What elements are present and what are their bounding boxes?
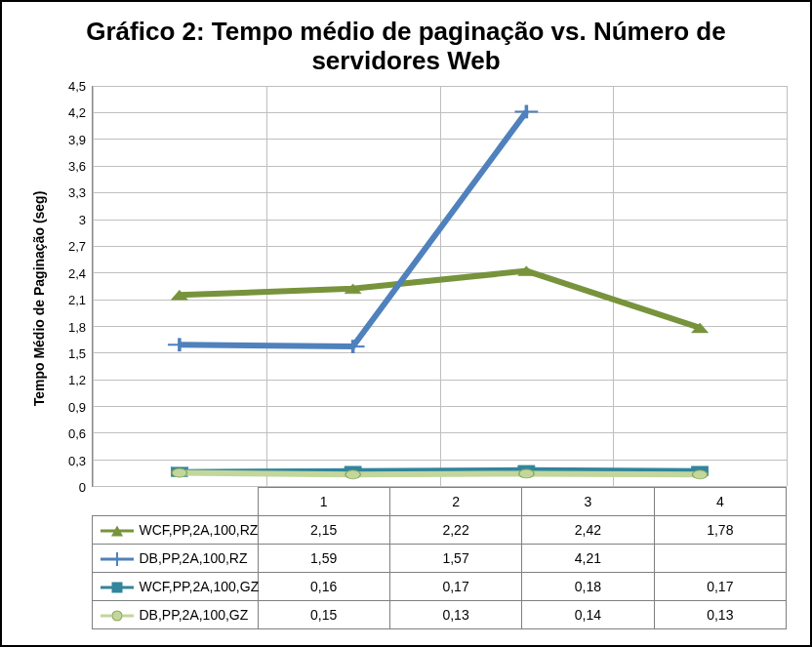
data-cell: 0,15 — [258, 601, 389, 629]
data-cell: 2,22 — [389, 516, 521, 545]
chart-title-line1: Gráfico 2: Tempo médio de paginação vs. … — [86, 17, 725, 46]
grid-line-vertical — [787, 86, 788, 486]
y-tick-label: 4,5 — [53, 78, 86, 93]
chart-title: Gráfico 2: Tempo médio de paginação vs. … — [25, 18, 787, 76]
plot-shell: 00,30,60,91,21,51,82,12,42,733,33,63,94,… — [53, 86, 787, 487]
table-spacer — [53, 601, 92, 629]
y-tick-label: 1,5 — [53, 345, 86, 360]
series-name: WCF,PP,2A,100,RZ — [140, 522, 259, 538]
y-tick-label: 3,3 — [53, 185, 86, 200]
data-marker — [345, 470, 360, 479]
data-cell: 0,17 — [654, 573, 786, 601]
x-category-label: 2 — [389, 488, 521, 516]
data-cell: 0,13 — [654, 601, 786, 629]
y-tick-label: 2,1 — [53, 293, 86, 307]
y-tick-label: 0 — [53, 480, 86, 495]
legend-swatch — [101, 524, 134, 538]
series-name: WCF,PP,2A,100,GZ — [140, 579, 260, 594]
data-cell: 0,13 — [389, 601, 521, 629]
circle-icon — [111, 611, 122, 622]
grid-line-horizontal — [93, 486, 787, 487]
data-cell — [654, 545, 786, 573]
chart-column: 00,30,60,91,21,51,82,12,42,733,33,63,94,… — [53, 86, 787, 629]
x-category-label: 3 — [522, 488, 654, 516]
y-axis-ticks: 00,30,60,91,21,51,82,12,42,733,33,63,94,… — [53, 86, 92, 487]
y-tick-label: 0,6 — [53, 426, 86, 441]
data-cell: 0,17 — [389, 573, 521, 601]
series-line — [180, 472, 700, 474]
data-cell: 1,78 — [654, 516, 786, 545]
chart-body: Tempo Médio de Paginação (seg) 00,30,60,… — [25, 86, 787, 629]
data-marker — [519, 469, 534, 478]
y-tick-label: 3 — [53, 212, 86, 226]
data-cell: 4,21 — [522, 545, 654, 573]
data-cell: 0,18 — [522, 573, 654, 601]
chart-title-line2: servidores Web — [311, 46, 500, 75]
triangle-icon — [111, 526, 123, 537]
y-tick-label: 0,9 — [53, 399, 86, 414]
legend-cell: WCF,PP,2A,100,RZ — [92, 516, 258, 545]
data-marker — [514, 104, 538, 118]
y-axis-label-wrap: Tempo Médio de Paginação (seg) — [25, 86, 53, 629]
y-tick-label: 1,8 — [53, 319, 86, 334]
chart-lines-svg — [93, 86, 787, 486]
table-row: WCF,PP,2A,100,GZ0,160,170,180,17 — [53, 573, 787, 601]
data-cell: 2,15 — [258, 516, 389, 545]
legend-cell: DB,PP,2A,100,GZ — [92, 601, 258, 629]
series-name: DB,PP,2A,100,GZ — [140, 607, 249, 623]
y-tick-label: 2,7 — [53, 239, 86, 254]
data-cell: 1,59 — [258, 545, 389, 573]
y-tick-label: 3,6 — [53, 159, 86, 174]
y-tick-label: 2,4 — [53, 265, 86, 280]
y-tick-label: 1,2 — [53, 373, 86, 387]
data-cell: 0,14 — [522, 601, 654, 629]
table-spacer — [53, 573, 92, 601]
series-line — [180, 270, 700, 327]
data-marker — [692, 470, 707, 479]
data-cell: 0,16 — [258, 573, 389, 601]
series-name: DB,PP,2A,100,RZ — [140, 550, 248, 566]
data-marker — [168, 338, 191, 351]
data-cell: 2,42 — [522, 516, 654, 545]
plot-area — [92, 86, 787, 487]
legend-swatch — [101, 552, 134, 566]
table-row: DB,PP,2A,100,GZ0,150,130,140,13 — [53, 601, 787, 629]
legend-cell: WCF,PP,2A,100,GZ — [92, 573, 258, 601]
table-spacer — [53, 516, 92, 545]
legend-swatch — [101, 581, 134, 594]
table-spacer — [53, 545, 92, 573]
y-tick-label: 3,9 — [53, 132, 86, 146]
y-axis-label: Tempo Médio de Paginação (seg) — [31, 191, 47, 407]
y-tick-label: 4,2 — [53, 105, 86, 120]
plus-icon — [110, 552, 124, 566]
data-marker — [172, 468, 186, 477]
data-marker — [342, 340, 365, 353]
chart-frame: Gráfico 2: Tempo médio de paginação vs. … — [0, 0, 812, 647]
legend-swatch — [101, 609, 134, 623]
data-cell: 1,57 — [389, 545, 521, 573]
x-category-label: 1 — [258, 488, 389, 516]
table-spacer — [92, 488, 258, 516]
legend-cell: DB,PP,2A,100,RZ — [92, 545, 258, 573]
table-row: DB,PP,2A,100,RZ1,591,574,21 — [53, 545, 787, 573]
x-category-label: 4 — [654, 488, 786, 516]
data-table: 1234WCF,PP,2A,100,RZ2,152,222,421,78DB,P… — [53, 487, 787, 629]
y-tick-label: 0,3 — [53, 453, 86, 467]
table-row: WCF,PP,2A,100,RZ2,152,222,421,78 — [53, 516, 787, 545]
series-line — [180, 111, 527, 346]
square-icon — [111, 583, 122, 593]
